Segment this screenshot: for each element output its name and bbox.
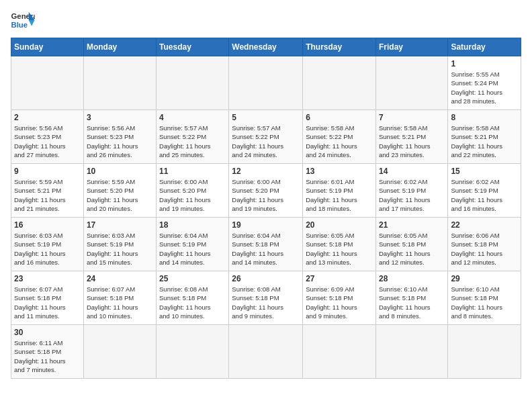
calendar-cell: 22Sunrise: 6:06 AM Sunset: 5:18 PM Dayli… xyxy=(448,218,521,271)
calendar-cell xyxy=(303,325,376,379)
day-info: Sunrise: 6:00 AM Sunset: 5:20 PM Dayligh… xyxy=(232,177,300,213)
day-number: 10 xyxy=(87,167,153,176)
day-info: Sunrise: 5:57 AM Sunset: 5:22 PM Dayligh… xyxy=(232,124,300,159)
day-info: Sunrise: 5:58 AM Sunset: 5:21 PM Dayligh… xyxy=(379,124,445,159)
day-number: 26 xyxy=(232,274,300,283)
header-friday: Friday xyxy=(375,38,447,56)
calendar-cell: 24Sunrise: 6:07 AM Sunset: 5:18 PM Dayli… xyxy=(83,271,156,325)
day-number: 29 xyxy=(451,274,518,283)
day-info: Sunrise: 6:03 AM Sunset: 5:19 PM Dayligh… xyxy=(87,231,153,267)
day-info: Sunrise: 6:02 AM Sunset: 5:19 PM Dayligh… xyxy=(379,177,445,213)
calendar-cell: 13Sunrise: 6:01 AM Sunset: 5:19 PM Dayli… xyxy=(303,164,376,218)
day-info: Sunrise: 6:04 AM Sunset: 5:18 PM Dayligh… xyxy=(232,231,300,267)
day-number: 2 xyxy=(14,113,81,122)
day-number: 25 xyxy=(159,274,226,283)
calendar-week-1: 2Sunrise: 5:56 AM Sunset: 5:23 PM Daylig… xyxy=(11,110,521,164)
day-info: Sunrise: 6:03 AM Sunset: 5:19 PM Dayligh… xyxy=(14,231,81,267)
calendar-cell xyxy=(303,56,376,110)
header-saturday: Saturday xyxy=(448,38,521,56)
day-number: 20 xyxy=(306,220,373,230)
svg-marker-3 xyxy=(29,20,35,26)
day-info: Sunrise: 6:08 AM Sunset: 5:18 PM Dayligh… xyxy=(232,285,300,320)
day-info: Sunrise: 6:05 AM Sunset: 5:18 PM Dayligh… xyxy=(379,231,445,267)
day-info: Sunrise: 5:59 AM Sunset: 5:21 PM Dayligh… xyxy=(14,177,81,213)
day-number: 7 xyxy=(379,113,445,122)
day-info: Sunrise: 5:57 AM Sunset: 5:22 PM Dayligh… xyxy=(159,124,226,159)
day-number: 13 xyxy=(306,167,373,176)
day-number: 15 xyxy=(451,167,518,176)
calendar-cell xyxy=(375,325,447,379)
day-info: Sunrise: 6:09 AM Sunset: 5:18 PM Dayligh… xyxy=(306,285,373,320)
calendar-week-0: 1Sunrise: 5:55 AM Sunset: 5:24 PM Daylig… xyxy=(11,56,521,110)
logo-icon: General Blue xyxy=(11,11,35,30)
day-number: 17 xyxy=(87,220,153,230)
day-info: Sunrise: 6:06 AM Sunset: 5:18 PM Dayligh… xyxy=(451,231,518,267)
day-info: Sunrise: 5:58 AM Sunset: 5:21 PM Dayligh… xyxy=(451,124,518,159)
header-monday: Monday xyxy=(83,38,156,56)
calendar-cell: 20Sunrise: 6:05 AM Sunset: 5:18 PM Dayli… xyxy=(303,218,376,271)
day-info: Sunrise: 6:08 AM Sunset: 5:18 PM Dayligh… xyxy=(159,285,226,320)
calendar-cell xyxy=(229,56,303,110)
calendar-cell: 28Sunrise: 6:10 AM Sunset: 5:18 PM Dayli… xyxy=(375,271,447,325)
calendar-cell xyxy=(375,56,447,110)
day-info: Sunrise: 5:55 AM Sunset: 5:24 PM Dayligh… xyxy=(451,70,518,105)
calendar-cell: 3Sunrise: 5:56 AM Sunset: 5:23 PM Daylig… xyxy=(83,110,156,164)
calendar-cell xyxy=(157,56,229,110)
header: General Blue xyxy=(11,11,521,30)
day-info: Sunrise: 6:07 AM Sunset: 5:18 PM Dayligh… xyxy=(87,285,153,320)
day-number: 21 xyxy=(379,220,445,230)
calendar-cell: 1Sunrise: 5:55 AM Sunset: 5:24 PM Daylig… xyxy=(448,56,521,110)
calendar-week-2: 9Sunrise: 5:59 AM Sunset: 5:21 PM Daylig… xyxy=(11,164,521,218)
calendar-cell: 26Sunrise: 6:08 AM Sunset: 5:18 PM Dayli… xyxy=(229,271,303,325)
svg-text:Blue: Blue xyxy=(11,21,28,29)
calendar-cell: 15Sunrise: 6:02 AM Sunset: 5:19 PM Dayli… xyxy=(448,164,521,218)
calendar-cell: 11Sunrise: 6:00 AM Sunset: 5:20 PM Dayli… xyxy=(157,164,229,218)
calendar-cell: 5Sunrise: 5:57 AM Sunset: 5:22 PM Daylig… xyxy=(229,110,303,164)
calendar-cell: 6Sunrise: 5:58 AM Sunset: 5:22 PM Daylig… xyxy=(303,110,376,164)
day-info: Sunrise: 6:07 AM Sunset: 5:18 PM Dayligh… xyxy=(14,285,81,320)
calendar-cell: 10Sunrise: 5:59 AM Sunset: 5:20 PM Dayli… xyxy=(83,164,156,218)
calendar-cell xyxy=(83,325,156,379)
day-number: 19 xyxy=(232,220,300,230)
calendar-cell: 23Sunrise: 6:07 AM Sunset: 5:18 PM Dayli… xyxy=(11,271,84,325)
day-number: 23 xyxy=(14,274,81,283)
day-info: Sunrise: 6:05 AM Sunset: 5:18 PM Dayligh… xyxy=(306,231,373,267)
calendar-week-3: 16Sunrise: 6:03 AM Sunset: 5:19 PM Dayli… xyxy=(11,218,521,271)
day-number: 30 xyxy=(14,328,81,337)
day-number: 8 xyxy=(451,113,518,122)
calendar-cell xyxy=(157,325,229,379)
calendar-cell: 19Sunrise: 6:04 AM Sunset: 5:18 PM Dayli… xyxy=(229,218,303,271)
calendar-cell: 18Sunrise: 6:04 AM Sunset: 5:19 PM Dayli… xyxy=(157,218,229,271)
day-number: 9 xyxy=(14,167,81,176)
day-number: 3 xyxy=(87,113,153,122)
calendar-cell: 16Sunrise: 6:03 AM Sunset: 5:19 PM Dayli… xyxy=(11,218,84,271)
day-number: 18 xyxy=(159,220,226,230)
calendar-cell xyxy=(11,56,84,110)
day-number: 16 xyxy=(14,220,81,230)
day-number: 4 xyxy=(159,113,226,122)
calendar-cell: 7Sunrise: 5:58 AM Sunset: 5:21 PM Daylig… xyxy=(375,110,447,164)
calendar-cell: 4Sunrise: 5:57 AM Sunset: 5:22 PM Daylig… xyxy=(157,110,229,164)
day-number: 27 xyxy=(306,274,373,283)
day-info: Sunrise: 5:56 AM Sunset: 5:23 PM Dayligh… xyxy=(87,124,153,159)
day-info: Sunrise: 6:01 AM Sunset: 5:19 PM Dayligh… xyxy=(306,177,373,213)
day-number: 12 xyxy=(232,167,300,176)
day-number: 1 xyxy=(451,59,518,68)
calendar-cell: 27Sunrise: 6:09 AM Sunset: 5:18 PM Dayli… xyxy=(303,271,376,325)
logo: General Blue xyxy=(11,11,38,30)
calendar-cell: 8Sunrise: 5:58 AM Sunset: 5:21 PM Daylig… xyxy=(448,110,521,164)
day-number: 5 xyxy=(232,113,300,122)
day-number: 11 xyxy=(159,167,226,176)
calendar-cell: 21Sunrise: 6:05 AM Sunset: 5:18 PM Dayli… xyxy=(375,218,447,271)
day-info: Sunrise: 6:10 AM Sunset: 5:18 PM Dayligh… xyxy=(451,285,518,320)
calendar-header-row: SundayMondayTuesdayWednesdayThursdayFrid… xyxy=(11,38,521,56)
day-number: 28 xyxy=(379,274,445,283)
day-info: Sunrise: 6:00 AM Sunset: 5:20 PM Dayligh… xyxy=(159,177,226,213)
day-info: Sunrise: 6:02 AM Sunset: 5:19 PM Dayligh… xyxy=(451,177,518,213)
calendar-cell: 2Sunrise: 5:56 AM Sunset: 5:23 PM Daylig… xyxy=(11,110,84,164)
day-info: Sunrise: 6:11 AM Sunset: 5:18 PM Dayligh… xyxy=(14,338,81,374)
calendar-cell xyxy=(83,56,156,110)
day-info: Sunrise: 6:10 AM Sunset: 5:18 PM Dayligh… xyxy=(379,285,445,320)
day-number: 22 xyxy=(451,220,518,230)
calendar-cell xyxy=(229,325,303,379)
